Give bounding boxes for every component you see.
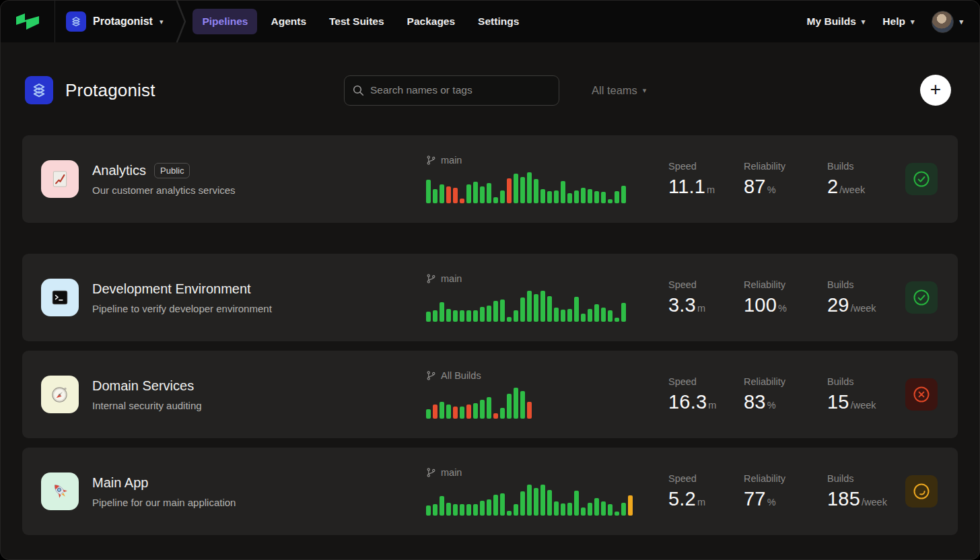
build-bar[interactable]: [433, 189, 438, 203]
build-bar[interactable]: [561, 181, 565, 203]
build-bar[interactable]: [588, 503, 592, 516]
add-pipeline-button[interactable]: +: [920, 75, 951, 106]
build-bar[interactable]: [507, 317, 512, 322]
pipeline-row[interactable]: Development Environment Pipeline to veri…: [22, 254, 958, 341]
build-bar[interactable]: [540, 189, 545, 203]
build-bar[interactable]: [493, 301, 498, 322]
build-bar[interactable]: [547, 191, 552, 203]
build-bar[interactable]: [527, 402, 532, 419]
build-status-badge[interactable]: [905, 163, 938, 195]
build-bar[interactable]: [567, 309, 572, 322]
build-bar[interactable]: [527, 172, 532, 203]
build-bar[interactable]: [460, 310, 464, 322]
search-input[interactable]: [370, 84, 551, 96]
branch-name[interactable]: main: [441, 155, 462, 166]
build-bar[interactable]: [453, 407, 458, 419]
build-bar[interactable]: [493, 495, 498, 516]
build-bar[interactable]: [574, 491, 579, 516]
build-bar[interactable]: [621, 303, 626, 322]
build-bar[interactable]: [608, 199, 612, 203]
build-bar[interactable]: [534, 179, 538, 203]
build-bar[interactable]: [446, 186, 451, 203]
pipeline-row[interactable]: Analytics Public Our customer analytics …: [22, 135, 958, 223]
my-builds-menu[interactable]: My Builds ▾: [807, 15, 866, 28]
build-bars[interactable]: [426, 290, 628, 322]
build-bar[interactable]: [554, 190, 559, 203]
build-bar[interactable]: [453, 310, 458, 322]
build-bar[interactable]: [540, 485, 545, 516]
build-bar[interactable]: [480, 186, 485, 203]
build-bar[interactable]: [500, 493, 505, 516]
build-status-badge[interactable]: [905, 475, 938, 508]
build-bar[interactable]: [500, 190, 505, 203]
build-bar[interactable]: [426, 180, 431, 203]
tab-agents[interactable]: Agents: [261, 9, 316, 34]
build-bar[interactable]: [500, 408, 505, 419]
build-bar[interactable]: [588, 309, 592, 322]
build-bar[interactable]: [621, 186, 626, 203]
build-bar[interactable]: [473, 182, 478, 203]
build-bar[interactable]: [628, 495, 633, 516]
build-bar[interactable]: [453, 188, 458, 203]
search-box[interactable]: [344, 75, 559, 106]
pipeline-row[interactable]: Domain Services Internal security auditi…: [22, 351, 958, 438]
user-menu[interactable]: ▾: [932, 11, 963, 33]
build-bar[interactable]: [473, 504, 478, 516]
pipeline-row[interactable]: Main App Pipeline for our main applicati…: [22, 448, 958, 535]
buildkite-logo[interactable]: [1, 1, 55, 42]
build-bar[interactable]: [507, 178, 512, 203]
build-bar[interactable]: [426, 505, 431, 516]
pipeline-name[interactable]: Development Environment: [92, 281, 251, 297]
build-bar[interactable]: [615, 191, 619, 203]
build-bar[interactable]: [440, 302, 444, 322]
build-bar[interactable]: [554, 501, 559, 516]
branch-name[interactable]: All Builds: [441, 370, 481, 381]
org-switcher[interactable]: Protagonist ▾: [55, 1, 175, 42]
build-bar[interactable]: [466, 405, 471, 419]
build-bar[interactable]: [608, 310, 612, 322]
build-bar[interactable]: [507, 511, 512, 516]
build-bar[interactable]: [527, 291, 532, 322]
build-bar[interactable]: [487, 183, 491, 203]
build-bar[interactable]: [446, 503, 451, 516]
build-bar[interactable]: [453, 504, 458, 516]
build-bar[interactable]: [466, 504, 471, 516]
build-bar[interactable]: [520, 298, 525, 322]
build-bar[interactable]: [480, 400, 485, 419]
build-bar[interactable]: [493, 413, 498, 419]
build-bar[interactable]: [487, 306, 491, 322]
build-bar[interactable]: [520, 491, 525, 516]
build-bar[interactable]: [487, 499, 491, 516]
build-bar[interactable]: [433, 405, 438, 419]
build-bars[interactable]: [426, 484, 628, 516]
build-bar[interactable]: [500, 300, 505, 322]
build-bar[interactable]: [520, 177, 525, 203]
build-bar[interactable]: [466, 184, 471, 203]
teams-filter[interactable]: All teams ▾: [592, 84, 646, 97]
build-bar[interactable]: [433, 504, 438, 516]
build-bar[interactable]: [446, 405, 451, 419]
build-bar[interactable]: [534, 294, 538, 322]
build-bar[interactable]: [473, 403, 478, 419]
build-bar[interactable]: [594, 304, 599, 322]
build-bar[interactable]: [567, 193, 572, 203]
pipeline-name[interactable]: Main App: [92, 475, 148, 491]
branch-name[interactable]: main: [441, 467, 462, 478]
build-bar[interactable]: [426, 409, 431, 419]
build-bar[interactable]: [473, 310, 478, 322]
build-bar[interactable]: [561, 310, 565, 322]
build-bar[interactable]: [601, 501, 606, 516]
build-bar[interactable]: [426, 312, 431, 322]
tab-packages[interactable]: Packages: [398, 9, 465, 34]
build-bar[interactable]: [594, 498, 599, 516]
build-bar[interactable]: [621, 503, 626, 516]
build-bar[interactable]: [594, 191, 599, 203]
build-bar[interactable]: [581, 188, 586, 203]
build-bar[interactable]: [615, 512, 619, 516]
build-bar[interactable]: [540, 291, 545, 322]
tab-settings[interactable]: Settings: [468, 9, 528, 34]
help-menu[interactable]: Help ▾: [882, 15, 914, 28]
build-bar[interactable]: [547, 296, 552, 322]
build-bar[interactable]: [514, 310, 518, 322]
build-bar[interactable]: [507, 394, 512, 419]
